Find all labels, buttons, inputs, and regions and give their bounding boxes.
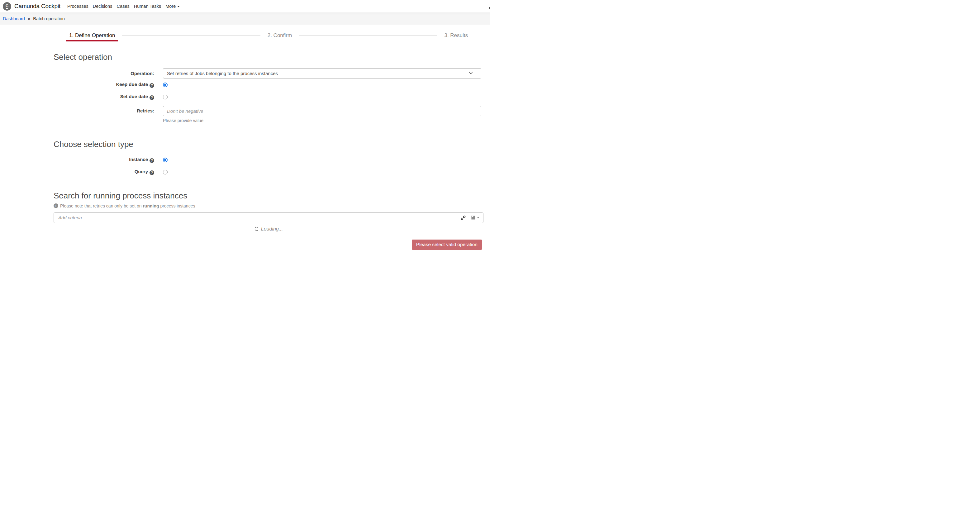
camunda-logo-icon: C [3, 2, 11, 11]
retries-row: Retries: Please provide value [54, 106, 484, 123]
logo-underscore [6, 8, 8, 9]
retries-help-text: Please provide value [163, 118, 481, 123]
select-operation-heading: Select operation [54, 53, 484, 62]
retries-label: Retries: [54, 106, 163, 113]
set-due-date-radio[interactable] [163, 95, 168, 99]
brand-home-link[interactable]: C Camunda Cockpit [3, 2, 60, 11]
breadcrumb-current: Batch operation [33, 16, 65, 21]
set-due-date-label: Set due date? [54, 94, 163, 100]
info-icon: i [54, 204, 58, 208]
selection-type-section: Choose selection type Instance? Query? [54, 140, 484, 175]
select-operation-section: Select operation Operation: Set retries … [54, 53, 484, 123]
breadcrumb-separator: » [28, 16, 30, 21]
instance-row: Instance? [54, 157, 484, 163]
step-connector [122, 35, 260, 36]
clipped-corner-icon [489, 7, 490, 10]
nav-item-decisions[interactable]: Decisions [93, 4, 113, 9]
operation-select[interactable]: Set retries of Jobs belonging to the pro… [163, 68, 481, 78]
help-icon[interactable]: ? [150, 95, 154, 100]
footer-row: Please select valid operation [54, 240, 484, 250]
note-bold: running [143, 204, 159, 208]
loading-refresh-icon [254, 226, 259, 231]
save-search-icon[interactable] [471, 215, 479, 220]
nav-item-cases[interactable]: Cases [117, 4, 130, 9]
copy-link-icon[interactable] [461, 215, 466, 220]
criteria-input[interactable] [57, 215, 458, 221]
instance-radio[interactable] [163, 158, 168, 162]
step-define-operation[interactable]: 1. Define Operation [66, 32, 118, 40]
query-label: Query? [54, 169, 163, 175]
page-content: 1. Define Operation 2. Confirm 3. Result… [54, 25, 484, 250]
step-confirm: 2. Confirm [264, 32, 295, 40]
operation-row: Operation: Set retries of Jobs belonging… [54, 68, 484, 78]
search-heading: Search for running process instances [54, 191, 484, 201]
operation-label: Operation: [54, 71, 163, 76]
selection-type-heading: Choose selection type [54, 140, 484, 149]
criteria-search-box [54, 212, 484, 223]
query-row: Query? [54, 169, 484, 175]
keep-due-date-row: Keep due date? [54, 82, 484, 88]
help-icon[interactable]: ? [150, 170, 154, 175]
retries-input[interactable] [163, 106, 481, 116]
help-icon[interactable]: ? [150, 83, 154, 88]
submit-button[interactable]: Please select valid operation [412, 240, 482, 250]
breadcrumb-dashboard-link[interactable]: Dashboard [3, 16, 25, 21]
main-nav: Processes Decisions Cases Human Tasks Mo… [67, 4, 180, 9]
step-results: 3. Results [441, 32, 471, 40]
navbar: C Camunda Cockpit Processes Decisions Ca… [0, 0, 490, 13]
search-section: Search for running process instances i P… [54, 191, 484, 232]
wizard-steps: 1. Define Operation 2. Confirm 3. Result… [54, 25, 484, 40]
instance-label: Instance? [54, 157, 163, 163]
step-connector [299, 35, 437, 36]
set-due-date-row: Set due date? [54, 94, 484, 100]
caret-down-icon [477, 217, 479, 218]
logo-letter: C [6, 4, 8, 8]
breadcrumb: Dashboard » Batch operation [0, 13, 490, 25]
loading-row: Loading... [54, 226, 484, 232]
nav-item-more[interactable]: More [165, 4, 180, 9]
brand-title: Camunda Cockpit [14, 3, 60, 10]
search-note: i Please note that retries can only be s… [54, 204, 484, 208]
query-radio[interactable] [163, 170, 168, 175]
nav-item-processes[interactable]: Processes [67, 4, 89, 9]
more-label: More [165, 4, 176, 9]
help-icon[interactable]: ? [150, 158, 154, 163]
keep-due-date-radio[interactable] [163, 83, 168, 87]
caret-down-icon [177, 6, 180, 7]
loading-text: Loading... [261, 226, 283, 232]
keep-due-date-label: Keep due date? [54, 82, 163, 88]
nav-item-human-tasks[interactable]: Human Tasks [134, 4, 161, 9]
